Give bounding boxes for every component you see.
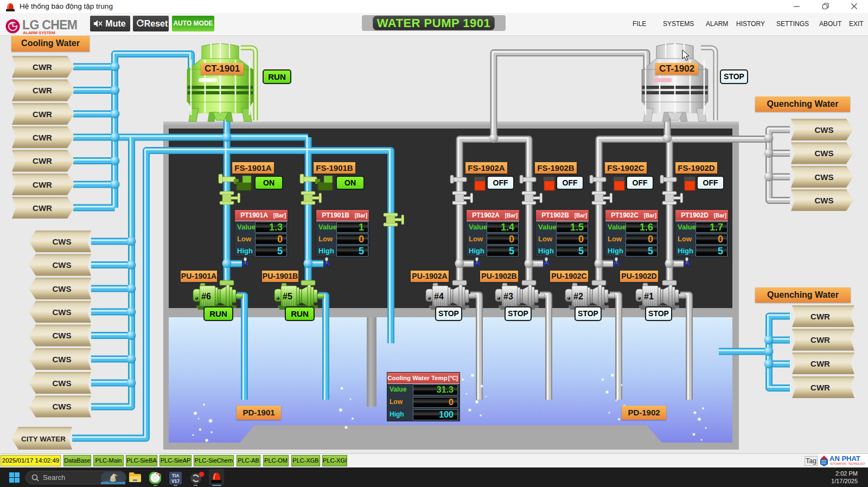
svg-text:CWS: CWS xyxy=(53,307,72,317)
svg-text:CWR: CWR xyxy=(33,156,52,165)
svg-text:#4: #4 xyxy=(434,292,444,301)
svg-text:CWS: CWS xyxy=(815,172,834,182)
svg-text:CWR: CWR xyxy=(810,359,830,368)
svg-text:CWR: CWR xyxy=(33,110,52,119)
svg-text:TIA: TIA xyxy=(172,473,180,478)
svg-text:CWS: CWS xyxy=(53,284,72,293)
svg-text:CWR: CWR xyxy=(33,62,52,72)
svg-text:V17: V17 xyxy=(171,478,180,484)
svg-text:CWR: CWR xyxy=(33,203,52,213)
svg-text:CWS: CWS xyxy=(53,237,72,246)
svg-text:#2: #2 xyxy=(573,292,583,301)
svg-text:CWS: CWS xyxy=(815,149,834,158)
svg-text:CWR: CWR xyxy=(810,383,830,392)
svg-text:#5: #5 xyxy=(283,292,292,301)
svg-text:CWR: CWR xyxy=(810,335,830,344)
svg-text:CWR: CWR xyxy=(33,180,52,189)
svg-text:CWS: CWS xyxy=(815,125,834,134)
svg-text:CWS: CWS xyxy=(53,355,72,364)
svg-text:CWS: CWS xyxy=(53,379,72,388)
svg-text:#1: #1 xyxy=(644,292,654,301)
svg-text:CITY WATER: CITY WATER xyxy=(21,435,66,443)
svg-text:CWS: CWS xyxy=(815,196,834,205)
svg-text:ALARM SYSTEM: ALARM SYSTEM xyxy=(23,30,55,35)
svg-text:#6: #6 xyxy=(201,292,211,301)
svg-text:CWS: CWS xyxy=(53,402,72,411)
svg-text:CWR: CWR xyxy=(810,312,830,321)
svg-text:CWR: CWR xyxy=(33,86,52,95)
svg-text:CWS: CWS xyxy=(53,260,72,270)
svg-text:AN PHAT: AN PHAT xyxy=(829,454,860,463)
svg-text:CWR: CWR xyxy=(33,133,52,142)
svg-text:CWS: CWS xyxy=(53,331,72,340)
svg-text:AUTOMATION - TECHNOLOGY: AUTOMATION - TECHNOLOGY xyxy=(830,463,865,465)
svg-text:#3: #3 xyxy=(503,292,513,301)
